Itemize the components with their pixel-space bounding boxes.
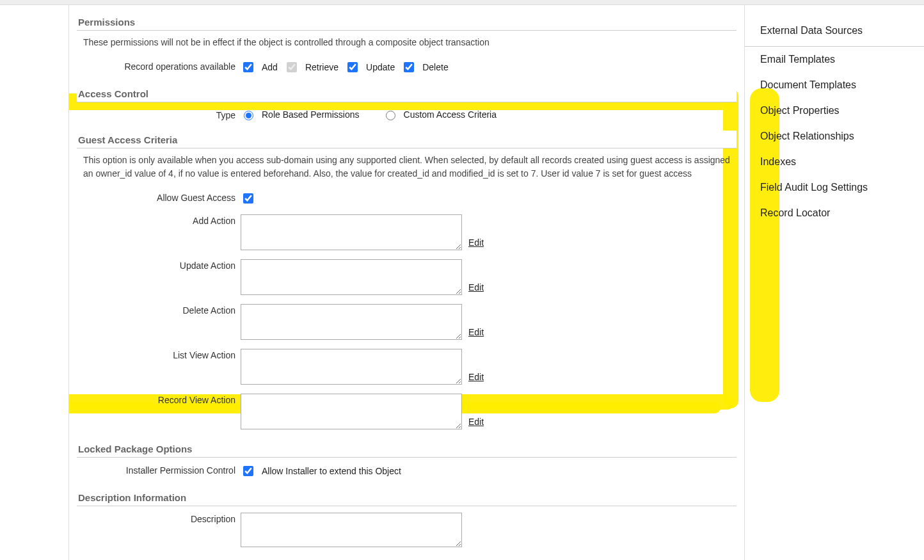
left-gutter <box>0 5 69 560</box>
sidebar-item-external-data-sources[interactable]: External Data Sources <box>760 18 909 44</box>
role-based-radio[interactable] <box>244 111 253 120</box>
retrieve-label: Retrieve <box>305 62 339 72</box>
side-nav: External Data SourcesEmail TemplatesDocu… <box>745 5 924 560</box>
allow-installer-extend-checkbox[interactable] <box>243 466 253 476</box>
record-view-action-label: Record View Action <box>77 391 241 405</box>
delete-action-label: Delete Action <box>77 301 241 316</box>
window-topbar <box>0 0 924 5</box>
record-ops-label: Record operations available <box>77 58 241 72</box>
sidebar-item-object-properties[interactable]: Object Properties <box>760 98 909 124</box>
sidebar-item-record-locator[interactable]: Record Locator <box>760 200 909 226</box>
delete-checkbox[interactable] <box>404 62 414 72</box>
sidebar-item-indexes[interactable]: Indexes <box>760 149 909 175</box>
description-input[interactable] <box>241 513 462 547</box>
custom-criteria-radio[interactable] <box>386 111 395 120</box>
custom-criteria-label: Custom Access Criteria <box>404 109 497 120</box>
permissions-header: Permissions <box>77 13 737 31</box>
retrieve-checkbox <box>287 62 297 72</box>
update-label: Update <box>366 62 395 72</box>
locked-package-header: Locked Package Options <box>77 440 737 458</box>
list-view-action-edit-link[interactable]: Edit <box>468 372 484 382</box>
add-action-edit-link[interactable]: Edit <box>468 237 484 248</box>
allow-guest-label: Allow Guest Access <box>77 189 241 203</box>
delete-label: Delete <box>422 62 448 72</box>
add-action-input[interactable] <box>241 214 462 250</box>
add-checkbox[interactable] <box>243 62 253 72</box>
delete-action-edit-link[interactable]: Edit <box>468 327 484 337</box>
description-label: Description <box>77 510 241 524</box>
page: Permissions These permissions will not b… <box>0 5 924 560</box>
main-form: Permissions These permissions will not b… <box>69 5 745 560</box>
sidebar-item-field-audit-log-settings[interactable]: Field Audit Log Settings <box>760 175 909 200</box>
allow-installer-extend-label: Allow Installer to extend this Object <box>262 466 401 476</box>
record-view-action-input[interactable] <box>241 394 462 429</box>
record-view-action-edit-link[interactable]: Edit <box>468 417 484 427</box>
delete-action-input[interactable] <box>241 304 462 340</box>
update-checkbox[interactable] <box>347 62 358 72</box>
sidebar-item-document-templates[interactable]: Document Templates <box>760 72 909 98</box>
type-label: Type <box>77 106 241 120</box>
guest-access-header: Guest Access Criteria <box>77 131 737 148</box>
installer-permission-label: Installer Permission Control <box>77 461 241 476</box>
description-information-header: Description Information <box>77 488 737 506</box>
update-action-label: Update Action <box>77 257 241 271</box>
sidebar-item-object-relationships[interactable]: Object Relationships <box>760 124 909 149</box>
permissions-note: These permissions will not be in effect … <box>77 31 737 54</box>
add-label: Add <box>262 62 278 72</box>
allow-guest-checkbox[interactable] <box>243 193 253 204</box>
guest-access-note: This option is only available when you a… <box>77 148 737 185</box>
add-action-label: Add Action <box>77 212 241 226</box>
access-control-header: Access Control <box>77 84 737 102</box>
list-view-action-label: List View Action <box>77 346 241 360</box>
role-based-label: Role Based Permissions <box>262 109 360 120</box>
sidebar-item-email-templates[interactable]: Email Templates <box>760 47 909 72</box>
update-action-edit-link[interactable]: Edit <box>468 282 484 292</box>
update-action-input[interactable] <box>241 259 462 295</box>
list-view-action-input[interactable] <box>241 349 462 385</box>
